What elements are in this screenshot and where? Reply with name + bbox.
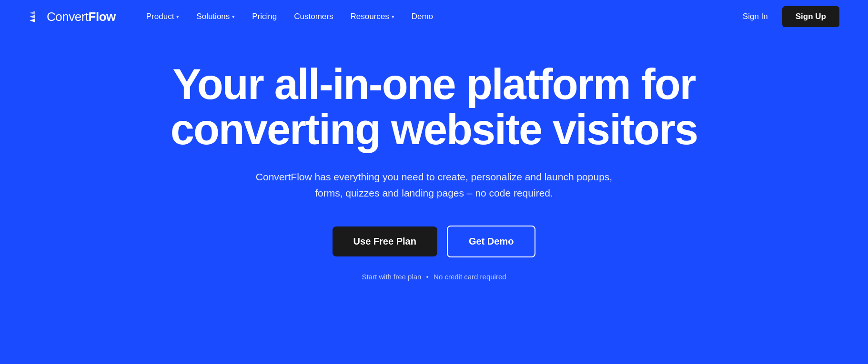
nav-links: Product ▾ Solutions ▾ Pricing Customers [140,8,440,25]
nav-item-demo: Demo [405,8,440,25]
logo[interactable]: ConvertFlow [29,10,116,24]
nav-link-solutions[interactable]: Solutions ▾ [190,8,242,25]
nav-item-customers: Customers [287,8,340,25]
nav-link-resources[interactable]: Resources ▾ [343,8,401,25]
hero-title: Your all-in-one platform for converting … [124,62,744,152]
nav-solutions-label: Solutions [196,12,230,21]
get-demo-button[interactable]: Get Demo [447,226,535,257]
signup-button[interactable]: Sign Up [782,6,839,27]
hero-section: Your all-in-one platform for converting … [0,33,868,305]
chevron-down-icon-resources: ▾ [392,14,394,20]
logo-text-flow: Flow [89,10,116,24]
nav-pricing-label: Pricing [252,12,277,21]
nav-link-pricing[interactable]: Pricing [245,8,283,25]
nav-resources-label: Resources [350,12,389,21]
hero-footnote: Start with free plan • No credit card re… [362,273,506,281]
nav-demo-label: Demo [412,12,433,21]
logo-text: ConvertFlow [47,10,116,24]
nav-link-product[interactable]: Product ▾ [140,8,186,25]
nav-item-pricing: Pricing [245,8,283,25]
footnote-separator: • [426,273,429,281]
chevron-down-icon-product: ▾ [176,14,179,20]
navbar: ConvertFlow Product ▾ Solutions ▾ Pricin… [0,0,868,33]
nav-item-resources: Resources ▾ [343,8,401,25]
nav-product-label: Product [146,12,174,21]
navbar-left: ConvertFlow Product ▾ Solutions ▾ Pricin… [29,8,440,25]
logo-text-convert: Convert [47,10,89,24]
chevron-down-icon-solutions: ▾ [232,14,235,20]
nav-link-customers[interactable]: Customers [287,8,340,25]
signin-link[interactable]: Sign In [736,8,775,25]
hero-buttons: Use Free Plan Get Demo [333,226,536,257]
nav-customers-label: Customers [294,12,333,21]
hero-subtitle: ConvertFlow has everything you need to c… [253,169,615,201]
nav-item-product: Product ▾ [140,8,186,25]
nav-item-solutions: Solutions ▾ [190,8,242,25]
footnote-part1: Start with free plan [362,273,421,281]
nav-link-demo[interactable]: Demo [405,8,440,25]
navbar-right: Sign In Sign Up [736,6,839,27]
logo-icon [29,10,43,23]
use-free-plan-button[interactable]: Use Free Plan [333,226,437,256]
footnote-part2: No credit card required [434,273,506,281]
